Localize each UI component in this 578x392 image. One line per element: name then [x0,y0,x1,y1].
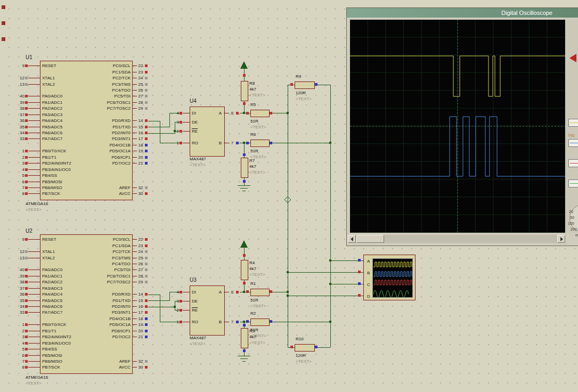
pin-row[interactable]: PD4/OC1B 18 [16,316,148,322]
resistor-R3[interactable] [241,328,248,348]
pin-stub [133,138,137,139]
pin-row[interactable]: PD5/OC1A 19 [16,322,148,328]
pin-row[interactable]: PD1/TXD 15 [16,124,148,129]
pin-state-indicator [236,321,239,323]
channel-pin[interactable]: C [367,282,370,287]
component-text-placeholder: <TEXT> [26,207,42,212]
pin-row[interactable]: PD2/INT0 16 [16,304,148,309]
resistor-R7[interactable] [241,158,248,178]
pin-row[interactable]: PC5/TDI 27 [16,93,148,99]
pin-state-indicator [145,83,148,86]
pin-state-indicator [145,311,148,314]
component-text-placeholder: <TEXT> [26,381,42,386]
pin-stub [133,239,137,240]
resistor-ref: R4 [249,260,265,266]
pin-row[interactable]: A 6 [210,289,240,295]
oscilloscope-screen [350,20,565,233]
scroll-left-button[interactable] [348,235,356,243]
resistor-ref: R2 [250,311,266,316]
pin-number: 16 [137,130,144,135]
pin-row[interactable]: AREF 32 [16,358,148,364]
pin-row[interactable]: PC0/SCL 22 [16,63,148,69]
pin-row[interactable]: PC7/TOSC2 29 [16,105,148,111]
pin-row[interactable]: PD2/INT0 16 [16,130,148,136]
pin-stub [133,127,137,127]
pin-row[interactable]: B 7 [210,140,240,145]
pin-row[interactable]: PC1/SDA 23 [16,69,148,75]
channel-pin[interactable]: D [367,293,370,299]
pin-row[interactable]: PD0/RXD 14 [16,118,148,124]
pin-row[interactable]: PC5/TDI 27 [16,267,148,273]
pin-stub [133,318,137,319]
pin-name: PC1/SDA [16,243,133,248]
pin-stub [133,251,137,252]
oscilloscope-probe-component[interactable]: A B C D [363,255,416,300]
component-text-placeholder: <TEXT> [190,162,206,167]
pin-stub [133,108,137,109]
pin-state-indicator [145,89,148,92]
pin-state-indicator [145,144,148,146]
pin-name: A [210,111,224,116]
pin-row[interactable]: PD5/OC1A 19 [16,148,148,154]
channel-pin[interactable]: B [367,270,370,275]
pin-state-indicator [145,137,148,140]
pin-row[interactable]: AREF 32 [16,185,148,191]
pin-row[interactable]: PC1/SDA 23 [16,242,148,248]
pin-row[interactable]: PD1/TXD 15 [16,297,148,303]
pin-state-indicator [145,366,148,369]
channel-pin[interactable]: A [367,258,370,264]
pin-row[interactable]: B 7 [210,319,240,324]
pin-number: 19 [137,322,144,327]
pin-number: 25 [137,256,144,260]
pin-row[interactable]: PD6/ICP1 20 [16,154,148,160]
pin-row[interactable]: PD6/ICP1 20 [16,328,148,334]
pin-number: 28 [137,274,144,279]
chip-U1: U1 9 RESET 12 XTAL1 13 [16,53,156,213]
pin-stub [133,193,137,194]
pin-name: PC6/TOSC1 [16,274,133,279]
pin-number: 26 [137,88,144,93]
pin-row[interactable]: PC3/TMS 25 [16,255,148,260]
pin-number: 18 [137,143,144,148]
pin-row[interactable]: PD4/OC1B 18 [16,142,148,148]
pin-row[interactable]: PC2/TCK 24 [16,249,148,255]
pin-row[interactable]: A 6 [210,110,240,116]
resistor-R4[interactable] [241,260,248,280]
pin-number: 27 [137,267,144,272]
pin-row[interactable]: PC0/SCL 22 [16,236,148,242]
oscilloscope-titlebar[interactable]: Digital Oscilloscope [347,8,578,18]
pin-row[interactable]: PC6/TOSC1 28 [16,273,148,279]
pin-state-indicator [236,112,239,115]
pin-stub [133,120,137,121]
pin-row[interactable]: PD3/INT1 17 [16,136,148,142]
pin-stub [133,78,137,78]
scroll-right-button[interactable] [557,235,565,243]
pin-name: PC1/SDA [16,70,133,75]
pin-name: PC7/TOSC2 [16,106,133,111]
pin-row[interactable]: PC3/TMS 25 [16,81,148,87]
pin-row[interactable]: PD7/OC2 21 [16,160,148,166]
pin-state-indicator [145,257,148,259]
pin-row[interactable]: AVCC 30 [16,364,148,370]
pin-state-indicator [145,244,148,247]
trigger-marker-icon[interactable] [569,54,576,62]
resistor-labels: R3 4k7 <TEXT> [249,328,265,346]
pin-row[interactable]: PC2/TCK 24 [16,75,148,81]
pin-row[interactable]: PD0/RXD 14 [16,291,148,297]
pin-row[interactable]: PC4/TDO 26 [16,87,148,93]
pin-state-indicator [145,156,148,159]
resistor-R8[interactable] [241,81,248,101]
pin-row[interactable]: PC7/TOSC2 29 [16,279,148,285]
pin-stub [133,151,137,151]
pin-name: PD6/ICP1 [16,329,133,333]
pin-stub [133,270,137,270]
scroll-thumb[interactable] [356,235,384,243]
pin-name: PC3/TMS [16,82,133,87]
pin-row[interactable]: PD7/OC2 21 [16,334,148,340]
pin-row[interactable]: AVCC 30 [16,191,148,197]
pin-number: 27 [137,94,144,99]
pin-row[interactable]: PC6/TOSC1 28 [16,100,148,105]
pin-row[interactable]: PD3/INT1 17 [16,309,148,315]
pin-row[interactable]: PC4/TDO 26 [16,261,148,267]
chip-U4: U4 4 DI 3 DE 2 RE 1 R [174,99,243,168]
